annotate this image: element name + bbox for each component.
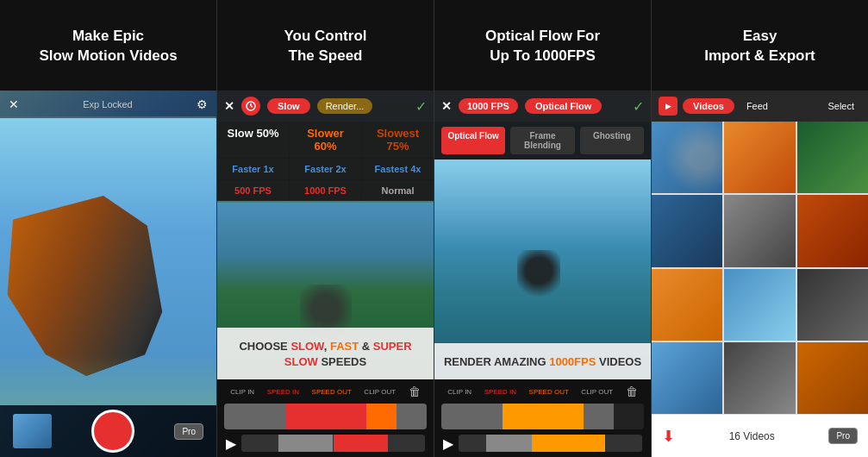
- video-thumb-4[interactable]: [652, 195, 722, 266]
- speed-cell-faster1x[interactable]: Faster 1x: [217, 159, 289, 179]
- svg-line-2: [251, 106, 253, 107]
- speed-cell-slowest75[interactable]: Slowest 75%: [362, 122, 434, 158]
- speed-options-grid: Slow 50% Slower 60% Slowest 75% Faster 1…: [217, 122, 434, 201]
- check-icon-3[interactable]: ✓: [633, 98, 644, 115]
- timeline-bar-2: CLIP IN SPEED IN SPEED OUT CLIP OUT 🗑 ▶: [217, 379, 434, 457]
- ghosting-tab[interactable]: Ghosting: [580, 127, 644, 154]
- import-icon[interactable]: ⬇: [662, 427, 675, 446]
- close-icon[interactable]: ✕: [9, 97, 19, 111]
- video-thumb-1[interactable]: [652, 122, 722, 193]
- trash-icon-3[interactable]: 🗑: [626, 385, 638, 398]
- videos-tab[interactable]: Videos: [683, 98, 734, 114]
- check-icon[interactable]: ✓: [415, 98, 427, 115]
- render-banner: RENDER AMAZING 1000FPS VIDEOS: [434, 343, 651, 379]
- timeline-labels-3: CLIP IN SPEED IN SPEED OUT CLIP OUT 🗑: [434, 379, 651, 400]
- motocross-background: [0, 116, 216, 405]
- close-icon-2[interactable]: ✕: [224, 99, 234, 113]
- video-thumbnail[interactable]: [13, 414, 52, 448]
- video-thumb-12[interactable]: [797, 342, 868, 414]
- title-bar-1: Make EpicSlow Motion Videos: [0, 0, 216, 91]
- video-count-label: 16 Videos: [729, 430, 775, 442]
- optical-flow-blend-tab[interactable]: Optical Flow: [441, 127, 505, 154]
- screen1-bottom-bar: Pro: [0, 405, 216, 457]
- app-icon: ▶: [659, 97, 678, 116]
- timeline-bar-3: CLIP IN SPEED IN SPEED OUT CLIP OUT 🗑 ▶: [434, 379, 651, 457]
- timeline-controls-3: ▶: [434, 433, 651, 454]
- video-thumb-5[interactable]: [724, 195, 795, 266]
- screen4-title: EasyImport & Export: [704, 27, 815, 65]
- speed-cell-1000fps[interactable]: 1000 FPS: [290, 180, 361, 201]
- video-thumb-8[interactable]: [724, 269, 795, 341]
- screen1-topbar: ✕ Exp Locked ⚙: [0, 91, 216, 118]
- screen3-title: Optical Flow ForUp To 1000FPS: [485, 27, 600, 65]
- timeline-labels-2: CLIP IN SPEED IN SPEED OUT CLIP OUT 🗑: [217, 379, 434, 400]
- play-button-3[interactable]: ▶: [443, 435, 453, 452]
- video-thumb-6[interactable]: [797, 195, 868, 266]
- speed-cell-faster2x[interactable]: Faster 2x: [290, 159, 361, 179]
- video-thumb-7[interactable]: [652, 269, 722, 341]
- screen-control-speed: You ControlThe Speed ✕ Slow Render... ✓ …: [217, 0, 434, 457]
- video-thumb-3[interactable]: [797, 122, 868, 193]
- timeline-track-3[interactable]: [441, 404, 644, 429]
- video-thumb-2[interactable]: [724, 122, 795, 193]
- play-button[interactable]: ▶: [226, 435, 236, 452]
- blend-tabs: Optical Flow Frame Blending Ghosting: [434, 122, 651, 160]
- screen2-header: ✕ Slow Render... ✓: [217, 91, 434, 122]
- select-tab[interactable]: Select: [821, 98, 861, 114]
- timeline-controls-2: ▶: [217, 433, 434, 454]
- optical-flow-tab[interactable]: Optical Flow: [525, 98, 602, 114]
- pro-badge-4[interactable]: Pro: [828, 428, 858, 444]
- video-thumb-10[interactable]: [652, 342, 722, 414]
- render-tab[interactable]: Render...: [317, 98, 373, 114]
- speed-cell-500fps[interactable]: 500 FPS: [217, 180, 289, 201]
- title-bar-3: Optical Flow ForUp To 1000FPS: [434, 0, 651, 91]
- fps-tag[interactable]: 1000 FPS: [459, 98, 518, 114]
- speed-cell-slower60[interactable]: Slower 60%: [290, 122, 361, 158]
- screen-epic-slow-motion: Make EpicSlow Motion Videos ✕ Exp Locked…: [0, 0, 217, 457]
- screen3-content: ✕ 1000 FPS Optical Flow ✓ Optical Flow F…: [434, 91, 651, 457]
- screen4-header: ▶ Videos Feed Select: [652, 91, 868, 122]
- speed-cell-slow50[interactable]: Slow 50%: [217, 122, 289, 158]
- choose-speeds-banner: CHOOSE SLOW, FAST & SUPER SLOW SPEEDS: [217, 328, 434, 379]
- record-button[interactable]: [91, 410, 134, 453]
- screen1-content: ✕ Exp Locked ⚙ Pro: [0, 91, 216, 457]
- screen2-title: You ControlThe Speed: [284, 27, 367, 65]
- gear-icon[interactable]: ⚙: [197, 97, 208, 111]
- screen-optical-flow: Optical Flow ForUp To 1000FPS ✕ 1000 FPS…: [434, 0, 652, 457]
- feed-tab[interactable]: Feed: [740, 98, 775, 114]
- title-bar-4: EasyImport & Export: [652, 0, 868, 91]
- timer-icon: [241, 97, 260, 116]
- screen4-bottom-bar: ⬇ 16 Videos Pro: [652, 414, 868, 457]
- slow-tab[interactable]: Slow: [267, 98, 310, 114]
- screen-import-export: EasyImport & Export ▶ Videos Feed Select: [652, 0, 868, 457]
- video-thumb-11[interactable]: [724, 342, 795, 414]
- trash-icon[interactable]: 🗑: [409, 385, 421, 398]
- speed-cell-normal[interactable]: Normal: [362, 180, 434, 201]
- screen3-header: ✕ 1000 FPS Optical Flow ✓: [434, 91, 651, 122]
- screen1-title: Make EpicSlow Motion Videos: [39, 27, 177, 65]
- timeline-track-2[interactable]: [224, 404, 427, 429]
- speed-cell-fastest4x[interactable]: Fastest 4x: [362, 159, 434, 179]
- exp-locked-label: Exp Locked: [19, 99, 197, 110]
- title-bar-2: You ControlThe Speed: [217, 0, 434, 91]
- frame-blending-tab[interactable]: Frame Blending: [510, 127, 574, 154]
- video-grid: [652, 122, 868, 414]
- video-thumb-9[interactable]: [797, 269, 868, 341]
- screen2-content: ✕ Slow Render... ✓ Slow 50% Slower 60% S…: [217, 91, 434, 457]
- pro-badge[interactable]: Pro: [174, 423, 203, 440]
- close-icon-3[interactable]: ✕: [441, 99, 452, 113]
- screen4-content: ▶ Videos Feed Select ⬇: [652, 91, 868, 457]
